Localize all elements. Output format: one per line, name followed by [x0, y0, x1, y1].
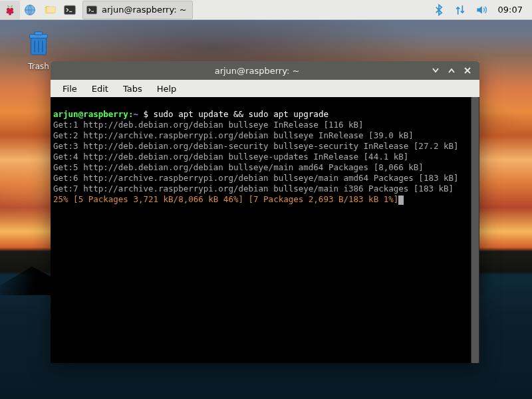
close-button[interactable] — [462, 65, 473, 76]
window-title: arjun@raspberry: ~ — [90, 66, 424, 76]
menu-edit[interactable]: Edit — [85, 82, 115, 96]
terminal-body[interactable]: arjun@raspberry:~ $ sudo apt update && s… — [51, 97, 479, 363]
terminal-icon — [86, 4, 98, 16]
svg-point-4 — [11, 11, 13, 13]
menu-raspberry-icon[interactable] — [0, 1, 20, 19]
window-menubar: File Edit Tabs Help — [51, 80, 479, 97]
terminal-cursor — [398, 196, 404, 205]
menu-help[interactable]: Help — [150, 82, 184, 96]
terminal-line: Get:2 http://archive.raspberrypi.org/deb… — [53, 130, 414, 140]
prompt-user-host: arjun@raspberry: — [53, 109, 133, 119]
svg-rect-15 — [35, 32, 43, 35]
taskbar-item-terminal[interactable]: arjun@raspberry: ~ — [82, 1, 193, 19]
network-updown-icon[interactable] — [453, 3, 467, 17]
web-browser-icon[interactable] — [20, 1, 40, 19]
file-manager-icon[interactable] — [40, 1, 60, 19]
window-titlebar[interactable]: arjun@raspberry: ~ — [51, 61, 479, 80]
svg-point-3 — [7, 11, 9, 13]
menu-file[interactable]: File — [56, 82, 84, 96]
terminal-launcher-icon[interactable] — [60, 1, 80, 19]
minimize-button[interactable] — [430, 65, 441, 76]
svg-rect-8 — [47, 7, 55, 13]
terminal-window: arjun@raspberry: ~ File Edit Tabs Help a… — [51, 61, 479, 363]
scrollbar-thumb[interactable] — [471, 97, 479, 363]
terminal-line: Get:3 http://deb.debian.org/debian-secur… — [53, 141, 459, 151]
panel-tray: 09:07 — [432, 3, 532, 17]
window-buttons — [424, 65, 479, 76]
volume-icon[interactable] — [474, 3, 489, 17]
trash-icon — [23, 51, 54, 61]
svg-point-5 — [9, 12, 11, 15]
svg-rect-11 — [87, 6, 97, 14]
command-text: sudo apt update && sudo apt upgrade — [154, 109, 329, 119]
menu-tabs[interactable]: Tabs — [116, 82, 149, 96]
panel-launchers: arjun@raspberry: ~ — [0, 0, 193, 19]
bluetooth-icon[interactable] — [432, 3, 446, 17]
terminal-line: Get:1 http://deb.debian.org/debian bulls… — [53, 120, 364, 130]
prompt-symbol: $ — [143, 109, 148, 119]
svg-rect-9 — [65, 5, 76, 14]
terminal-line: Get:7 http://archive.raspberrypi.org/deb… — [53, 184, 454, 194]
terminal-line: Get:6 http://archive.raspberrypi.org/deb… — [53, 173, 459, 183]
progress-line: 25% [5 Packages 3,721 kB/8,066 kB 46%] [… — [53, 194, 398, 204]
prompt-cwd: ~ — [133, 109, 138, 119]
panel-clock[interactable]: 09:07 — [495, 5, 525, 15]
taskbar-item-label: arjun@raspberry: ~ — [102, 5, 187, 15]
terminal-scrollbar[interactable] — [471, 97, 479, 363]
maximize-button[interactable] — [446, 65, 457, 76]
terminal-line: Get:5 http://deb.debian.org/debian bulls… — [53, 162, 424, 172]
top-panel: arjun@raspberry: ~ 09:07 — [0, 0, 532, 20]
terminal-line: Get:4 http://deb.debian.org/debian bulls… — [53, 152, 408, 162]
